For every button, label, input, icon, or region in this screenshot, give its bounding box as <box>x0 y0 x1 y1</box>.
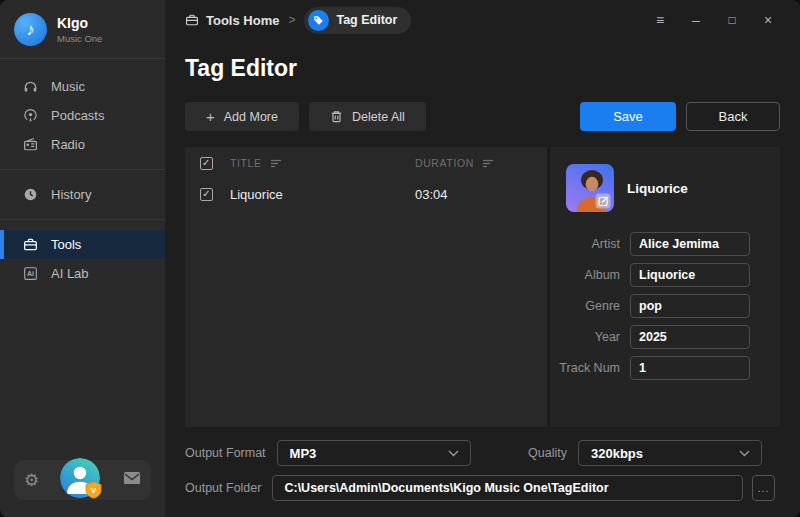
nav-divider <box>0 169 165 170</box>
output-folder-label: Output Folder <box>185 481 261 495</box>
mail-icon[interactable] <box>123 471 141 489</box>
app-logo-icon: ♪ <box>14 13 47 46</box>
album-art[interactable] <box>566 164 614 212</box>
headphones-icon <box>23 79 38 94</box>
shield-badge-icon: V <box>86 482 101 498</box>
music-note-icon: ♪ <box>26 20 35 40</box>
app-logo-row: ♪ KIgo Music One <box>0 0 165 58</box>
close-button[interactable]: × <box>750 7 786 33</box>
sidebar-item-radio[interactable]: Radio <box>0 130 165 159</box>
year-label: Year <box>556 330 620 344</box>
sidebar-item-tools[interactable]: Tools <box>0 230 165 259</box>
output-format-label: Output Format <box>185 446 266 460</box>
output-folder-input[interactable] <box>272 475 743 501</box>
svg-text:Ai: Ai <box>27 270 34 277</box>
back-button[interactable]: Back <box>686 102 780 131</box>
ai-lab-icon: Ai <box>23 266 38 281</box>
check-icon: ✓ <box>202 158 211 168</box>
edit-cover-icon <box>596 194 611 209</box>
album-label: Album <box>556 268 620 282</box>
main-area: Tools Home > Tag Editor ≡ – □ × <box>165 0 800 517</box>
tag-detail-panel: Liquorice Artist Album Genre Year <box>550 147 780 427</box>
sidebar-item-label: Radio <box>51 137 85 152</box>
sidebar-item-music[interactable]: Music <box>0 72 165 101</box>
sidebar-item-label: Music <box>51 79 85 94</box>
artist-label: Artist <box>556 237 620 251</box>
table-row[interactable]: ✓ Liquorice 03:04 <box>185 179 547 209</box>
maximize-button[interactable]: □ <box>714 7 750 33</box>
chevron-down-icon <box>448 450 459 457</box>
podcast-icon <box>23 108 38 123</box>
output-folder-row: Output Folder ... <box>185 475 775 501</box>
sort-icon[interactable] <box>483 159 494 168</box>
toolbox-icon <box>23 237 38 252</box>
sidebar-divider <box>0 58 165 59</box>
artist-field[interactable] <box>630 232 750 256</box>
sidebar-nav: Music Podcasts Radio <box>0 72 165 288</box>
menu-icon[interactable]: ≡ <box>642 7 678 33</box>
breadcrumb-tools-home[interactable]: Tools Home <box>185 13 279 28</box>
svg-text:V: V <box>91 486 97 495</box>
add-more-button[interactable]: + Add More <box>185 102 299 131</box>
nav-divider <box>0 219 165 220</box>
sidebar: ♪ KIgo Music One Music <box>0 0 165 517</box>
genre-label: Genre <box>556 299 620 313</box>
toolbar: + Add More Delete All Save Back <box>185 102 780 131</box>
gear-icon[interactable]: ⚙ <box>24 472 39 489</box>
workspace: ✓ TITLE DURATION <box>185 147 780 427</box>
track-num-label: Track Num <box>556 361 620 375</box>
column-header-duration: DURATION <box>415 157 474 169</box>
sidebar-item-podcasts[interactable]: Podcasts <box>0 101 165 130</box>
avatar[interactable]: V <box>59 457 103 501</box>
window-controls: ≡ – □ × <box>642 7 786 33</box>
genre-field[interactable] <box>630 294 750 318</box>
save-button[interactable]: Save <box>580 102 676 131</box>
trash-icon <box>330 110 343 123</box>
quality-label: Quality <box>528 446 567 460</box>
chevron-right-separator: > <box>288 13 295 27</box>
breadcrumb-tag-editor[interactable]: Tag Editor <box>304 7 411 34</box>
track-num-field[interactable] <box>630 356 750 380</box>
output-format-select[interactable]: MP3 <box>277 440 471 466</box>
sidebar-item-label: Podcasts <box>51 108 104 123</box>
plus-icon: + <box>206 109 215 124</box>
delete-all-button[interactable]: Delete All <box>309 102 426 131</box>
output-settings-row: Output Format MP3 Quality 320kbps <box>185 440 762 466</box>
sidebar-item-history[interactable]: History <box>0 180 165 209</box>
breadcrumb: Tools Home > Tag Editor <box>185 7 411 34</box>
history-clock-icon <box>23 187 38 202</box>
table-header: ✓ TITLE DURATION <box>185 147 547 179</box>
album-field[interactable] <box>630 263 750 287</box>
column-header-title: TITLE <box>230 157 262 169</box>
browse-folder-button[interactable]: ... <box>752 475 775 501</box>
sidebar-item-label: History <box>51 187 91 202</box>
app-name: KIgo <box>57 16 102 31</box>
chevron-down-icon <box>739 450 750 457</box>
row-checkbox[interactable]: ✓ <box>200 188 213 201</box>
user-bar: ⚙ V <box>14 460 151 500</box>
sidebar-item-label: Tools <box>51 237 81 252</box>
minimize-button[interactable]: – <box>678 7 714 33</box>
detail-track-title: Liquorice <box>627 181 688 196</box>
select-all-checkbox[interactable]: ✓ <box>200 157 213 170</box>
radio-icon <box>23 137 38 152</box>
track-duration-cell: 03:04 <box>415 187 448 202</box>
tag-icon <box>308 10 329 31</box>
avatar-icon: V <box>59 457 103 501</box>
sort-icon[interactable] <box>271 159 282 168</box>
toolbox-icon <box>185 13 199 27</box>
sidebar-item-label: AI Lab <box>51 266 89 281</box>
app-subtitle: Music One <box>57 33 102 44</box>
track-title-cell: Liquorice <box>230 187 283 202</box>
app-window: ♪ KIgo Music One Music <box>0 0 800 517</box>
topbar: Tools Home > Tag Editor ≡ – □ × <box>165 0 800 40</box>
page-title: Tag Editor <box>185 55 800 82</box>
year-field[interactable] <box>630 325 750 349</box>
quality-select[interactable]: 320kbps <box>578 440 762 466</box>
track-table: ✓ TITLE DURATION <box>185 147 547 427</box>
check-icon: ✓ <box>202 189 210 199</box>
sidebar-item-ai-lab[interactable]: Ai AI Lab <box>0 259 165 288</box>
